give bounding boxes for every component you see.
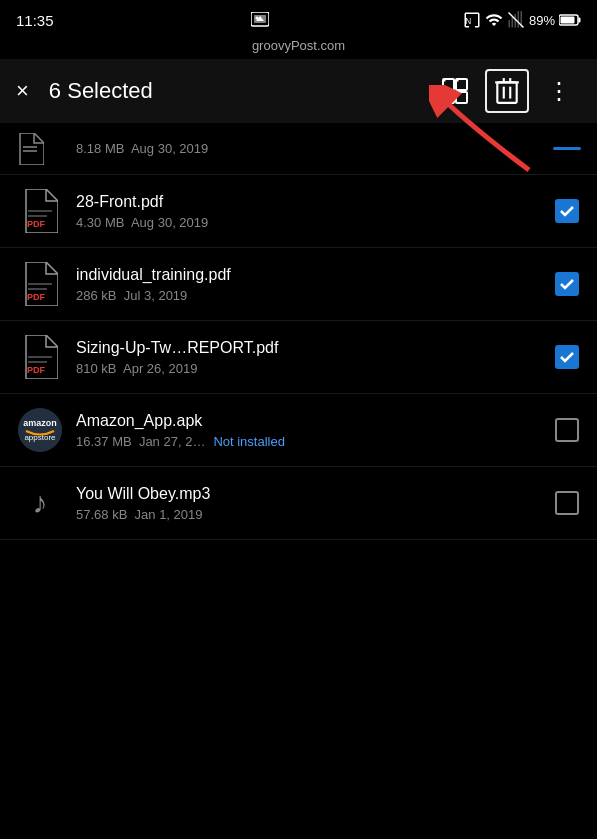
pdf-icon: PDF [16,187,64,235]
thumbnail-icon [251,12,269,28]
svg-text:PDF: PDF [27,219,46,229]
file-list: 8.18 MB Aug 30, 2019 PDF 28-Front.pdf 4.… [0,123,597,540]
svg-text:PDF: PDF [27,292,46,302]
file-name: individual_training.pdf [76,265,553,286]
signal-icon [507,11,525,29]
delete-button[interactable] [485,69,529,113]
svg-point-35 [18,408,62,452]
file-checkbox[interactable] [553,489,581,517]
toolbar-title: 6 Selected [49,78,433,104]
pdf-icon: PDF [16,260,64,308]
file-info: You Will Obey.mp3 57.68 kB Jan 1, 2019 [76,484,553,522]
battery-text: 89% [529,13,555,28]
file-info: Amazon_App.apk 16.37 MB Jan 27, 2…Not in… [76,411,553,449]
file-info: individual_training.pdf 286 kB Jul 3, 20… [76,265,553,303]
music-icon: ♪ [16,479,64,527]
svg-text:PDF: PDF [27,365,46,375]
toolbar-actions: ⋮ [433,69,581,113]
list-item[interactable]: PDF 28-Front.pdf 4.30 MB Aug 30, 2019 [0,175,597,248]
toolbar: × 6 Selected [0,59,597,123]
status-bar: 11:35 N 89% [0,0,597,36]
file-name: Sizing-Up-Tw…REPORT.pdf [76,338,553,359]
checkbox-checked [555,272,579,296]
battery-icon [559,14,581,26]
svg-rect-13 [444,80,446,82]
svg-rect-14 [457,80,459,82]
svg-rect-16 [457,93,459,95]
file-name: Amazon_App.apk [76,411,553,432]
file-meta: 4.30 MB Aug 30, 2019 [76,215,553,230]
file-meta: 810 kB Apr 26, 2019 [76,361,553,376]
file-meta: 286 kB Jul 3, 2019 [76,288,553,303]
file-checkbox[interactable] [553,135,581,163]
delete-icon [494,77,520,105]
file-checkbox[interactable] [553,416,581,444]
file-checkbox[interactable] [553,343,581,371]
file-info: Sizing-Up-Tw…REPORT.pdf 810 kB Apr 26, 2… [76,338,553,376]
more-icon: ⋮ [547,79,571,103]
svg-rect-7 [578,18,580,23]
watermark: groovyPost.com [0,36,597,59]
svg-text:amazon: amazon [23,418,57,428]
file-name: 28-Front.pdf [76,192,553,213]
file-checkbox[interactable] [553,197,581,225]
file-name: You Will Obey.mp3 [76,484,553,505]
svg-rect-17 [497,82,516,102]
select-all-icon [441,77,469,105]
file-meta: 8.18 MB Aug 30, 2019 [76,141,553,156]
svg-rect-15 [444,93,446,95]
file-meta: 57.68 kB Jan 1, 2019 [76,507,553,522]
file-meta: 16.37 MB Jan 27, 2…Not installed [76,434,553,449]
svg-point-3 [256,17,259,20]
file-info: 28-Front.pdf 4.30 MB Aug 30, 2019 [76,192,553,230]
status-time: 11:35 [16,12,54,29]
file-checkbox[interactable] [553,270,581,298]
status-icons: N 89% [463,11,581,29]
svg-rect-8 [560,17,574,24]
list-item[interactable]: ♪ You Will Obey.mp3 57.68 kB Jan 1, 2019 [0,467,597,540]
close-button[interactable]: × [16,78,29,104]
wifi-icon [485,11,503,29]
pdf-icon: PDF [16,333,64,381]
amazon-app-icon: amazon appstore [16,406,64,454]
list-item[interactable]: PDF Sizing-Up-Tw…REPORT.pdf 810 kB Apr 2… [0,321,597,394]
list-item[interactable]: amazon appstore Amazon_App.apk 16.37 MB … [0,394,597,467]
select-all-button[interactable] [433,69,477,113]
checkbox-checked [555,199,579,223]
more-options-button[interactable]: ⋮ [537,69,581,113]
list-item[interactable]: PDF individual_training.pdf 286 kB Jul 3… [0,248,597,321]
checkbox-unchecked [555,418,579,442]
checkbox-checked [555,345,579,369]
svg-text:N: N [465,17,471,26]
nfc-icon: N [463,11,481,29]
file-icon [16,135,64,163]
list-item[interactable]: 8.18 MB Aug 30, 2019 [0,123,597,175]
checkbox-unchecked [555,491,579,515]
